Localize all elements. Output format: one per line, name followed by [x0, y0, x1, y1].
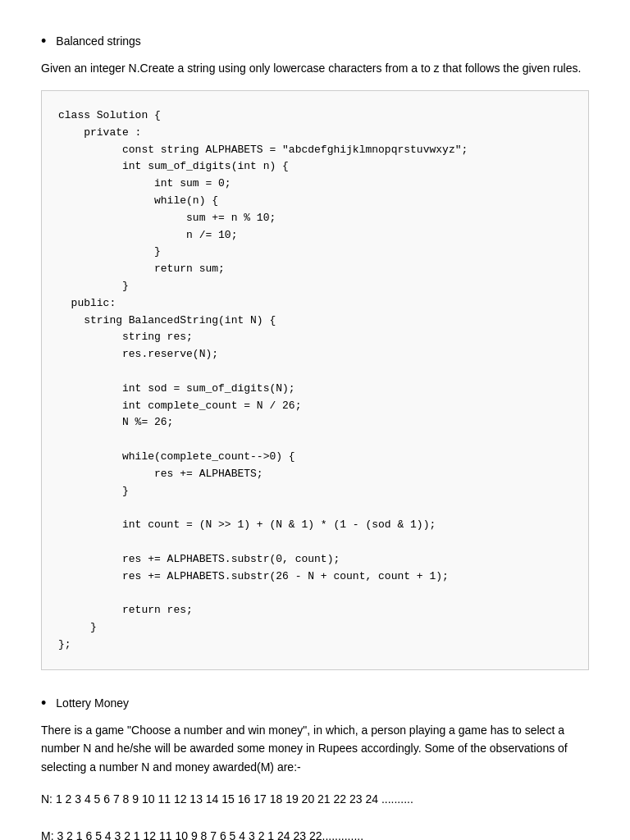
code-block-balanced-strings: class Solution { private : const string … — [41, 90, 589, 671]
lottery-money-description: There is a game "Choose a number and win… — [41, 721, 589, 776]
m-sequence: M: 3 2 1 6 5 4 3 2 1 12 11 10 9 8 7 6 5 … — [41, 826, 589, 840]
bullet-icon-2: • — [41, 695, 46, 713]
balanced-strings-description: Given an integer N.Create a string using… — [41, 59, 589, 77]
balanced-strings-label: Balanced strings — [56, 33, 141, 50]
bullet-item-1: • Balanced strings — [41, 33, 589, 51]
section-balanced-strings: • Balanced strings Given an integer N.Cr… — [41, 33, 589, 670]
section-lottery-money: • Lottery Money There is a game "Choose … — [41, 695, 589, 840]
n-sequence: N: 1 2 3 4 5 6 7 8 9 10 11 12 13 14 15 1… — [41, 789, 589, 810]
bullet-icon-1: • — [41, 33, 46, 51]
lottery-money-label: Lottery Money — [56, 695, 129, 712]
bullet-item-2: • Lottery Money — [41, 695, 589, 713]
